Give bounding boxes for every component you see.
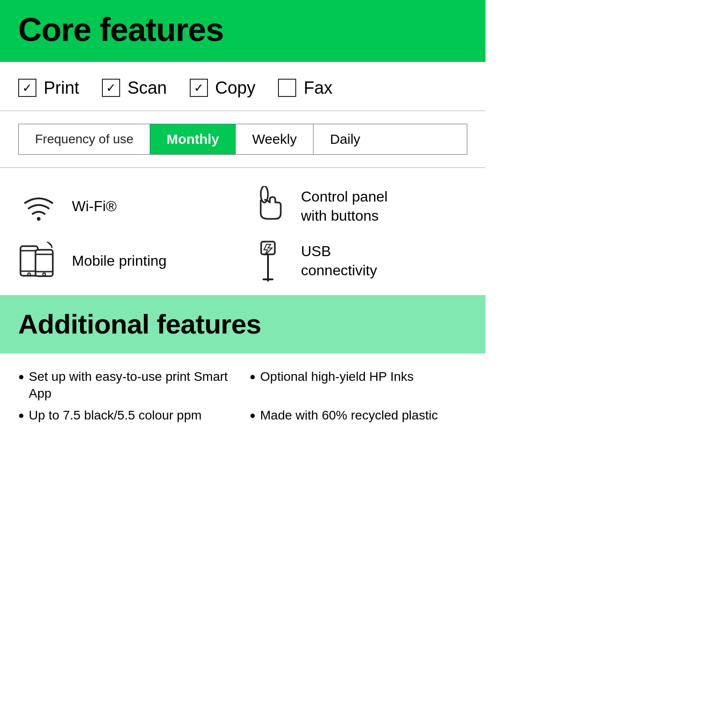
checkboxes-section: ✓ Print ✓ Scan ✓ Copy Fax	[0, 62, 485, 111]
bullet-dot-3: ●	[18, 409, 24, 422]
additional-list: ● Set up with easy-to-use print Smart Ap…	[0, 354, 485, 442]
bullet-ppm: ● Up to 7.5 black/5.5 colour ppm	[18, 407, 236, 424]
svg-point-5	[28, 273, 30, 276]
checkbox-copy-box[interactable]: ✓	[190, 79, 208, 97]
frequency-daily[interactable]: Daily	[313, 124, 377, 154]
touch-icon	[248, 186, 288, 227]
svg-point-0	[37, 217, 40, 221]
checkbox-fax-label: Fax	[303, 78, 332, 98]
feature-wifi: Wi-Fi®	[18, 186, 238, 227]
bullet-hp-inks-text: Optional high-yield HP Inks	[260, 368, 414, 385]
feature-touch: Control panelwith buttons	[248, 186, 468, 227]
checkbox-fax[interactable]: Fax	[278, 78, 332, 98]
checkbox-scan-box[interactable]: ✓	[102, 79, 120, 97]
bullet-hp-inks: ● Optional high-yield HP Inks	[250, 368, 468, 403]
checkbox-fax-box[interactable]	[278, 79, 296, 97]
mobile-icon	[18, 241, 59, 282]
bullet-smart-app-text: Set up with easy-to-use print Smart App	[29, 368, 236, 403]
bullet-dot-2: ●	[250, 370, 256, 384]
features-section: Wi-Fi® Control panelwith buttons	[0, 168, 485, 296]
mobile-printing-label: Mobile printing	[72, 252, 167, 271]
frequency-label: Frequency of use	[19, 124, 150, 154]
bullet-ppm-text: Up to 7.5 black/5.5 colour ppm	[29, 407, 202, 424]
usb-icon	[248, 241, 288, 282]
checkboxes-row: ✓ Print ✓ Scan ✓ Copy Fax	[18, 78, 467, 98]
wifi-icon	[18, 186, 59, 227]
bullet-dot-4: ●	[250, 409, 256, 422]
core-features-title: Core features	[18, 13, 467, 47]
bullet-recycled-text: Made with 60% recycled plastic	[260, 407, 438, 424]
control-panel-label: Control panelwith buttons	[301, 187, 388, 225]
bullet-smart-app: ● Set up with easy-to-use print Smart Ap…	[18, 368, 236, 403]
frequency-section: Frequency of use Monthly Weekly Daily	[0, 111, 485, 168]
feature-mobile: Mobile printing	[18, 241, 238, 282]
additional-features-title: Additional features	[18, 308, 467, 340]
checkbox-print-label: Print	[44, 78, 79, 98]
checkbox-scan-label: Scan	[127, 78, 167, 98]
features-grid: Wi-Fi® Control panelwith buttons	[18, 186, 467, 282]
checkbox-print[interactable]: ✓ Print	[18, 78, 79, 98]
frequency-row: Frequency of use Monthly Weekly Daily	[18, 124, 467, 155]
additional-features-header: Additional features	[0, 296, 485, 354]
feature-usb: USBconnectivity	[248, 241, 468, 282]
checkbox-copy[interactable]: ✓ Copy	[190, 78, 256, 98]
wifi-label: Wi-Fi®	[72, 197, 116, 216]
checkbox-print-box[interactable]: ✓	[18, 79, 36, 97]
bullet-dot-1: ●	[18, 370, 24, 384]
frequency-monthly[interactable]: Monthly	[150, 124, 236, 154]
checkbox-scan[interactable]: ✓ Scan	[102, 78, 167, 98]
checkbox-copy-label: Copy	[215, 78, 256, 98]
bullet-recycled: ● Made with 60% recycled plastic	[250, 407, 468, 424]
core-features-header: Core features	[0, 0, 485, 62]
usb-label: USBconnectivity	[301, 242, 377, 280]
frequency-weekly[interactable]: Weekly	[236, 124, 313, 154]
